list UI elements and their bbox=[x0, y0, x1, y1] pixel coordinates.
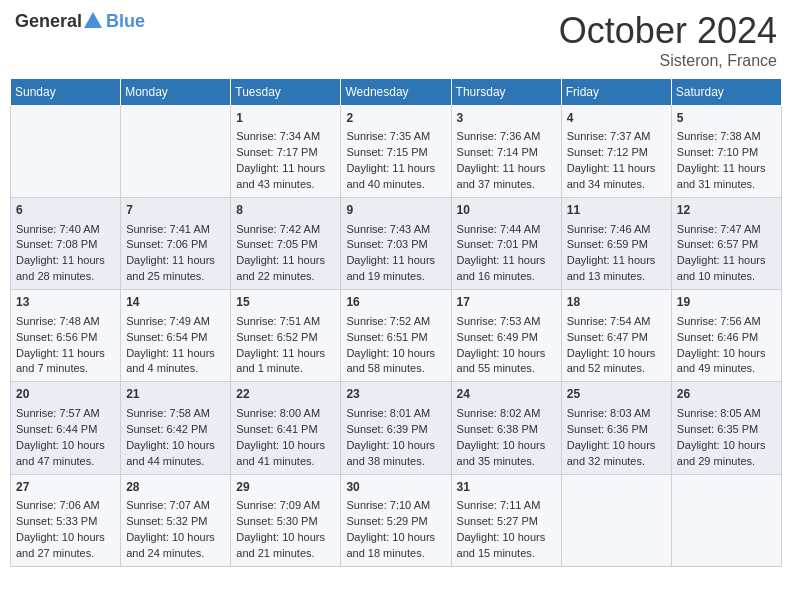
day-info-line: Sunrise: 7:40 AM bbox=[16, 222, 115, 238]
calendar-cell: 18Sunrise: 7:54 AMSunset: 6:47 PMDayligh… bbox=[561, 290, 671, 382]
day-info-line: Sunset: 7:15 PM bbox=[346, 145, 445, 161]
day-info-line: Daylight: 10 hours and 27 minutes. bbox=[16, 530, 115, 562]
day-info-line: Sunrise: 8:01 AM bbox=[346, 406, 445, 422]
day-info-line: Daylight: 11 hours and 31 minutes. bbox=[677, 161, 776, 193]
day-info-line: Sunrise: 7:41 AM bbox=[126, 222, 225, 238]
calendar-cell: 11Sunrise: 7:46 AMSunset: 6:59 PMDayligh… bbox=[561, 198, 671, 290]
day-number: 12 bbox=[677, 202, 776, 219]
day-number: 1 bbox=[236, 110, 335, 127]
day-info-line: Daylight: 11 hours and 10 minutes. bbox=[677, 253, 776, 285]
calendar-cell: 16Sunrise: 7:52 AMSunset: 6:51 PMDayligh… bbox=[341, 290, 451, 382]
logo-blue: Blue bbox=[106, 11, 145, 31]
day-info-line: Sunrise: 8:02 AM bbox=[457, 406, 556, 422]
day-info-line: Sunset: 5:30 PM bbox=[236, 514, 335, 530]
day-number: 18 bbox=[567, 294, 666, 311]
weekday-header-wednesday: Wednesday bbox=[341, 79, 451, 106]
day-info-line: Sunrise: 7:06 AM bbox=[16, 498, 115, 514]
day-number: 3 bbox=[457, 110, 556, 127]
day-info-line: Daylight: 11 hours and 4 minutes. bbox=[126, 346, 225, 378]
day-info-line: Sunset: 6:35 PM bbox=[677, 422, 776, 438]
day-info-line: Sunset: 6:57 PM bbox=[677, 237, 776, 253]
day-number: 24 bbox=[457, 386, 556, 403]
day-info-line: Sunrise: 7:38 AM bbox=[677, 129, 776, 145]
day-info-line: Daylight: 10 hours and 35 minutes. bbox=[457, 438, 556, 470]
day-number: 9 bbox=[346, 202, 445, 219]
day-info-line: Daylight: 11 hours and 40 minutes. bbox=[346, 161, 445, 193]
day-info-line: Sunset: 7:01 PM bbox=[457, 237, 556, 253]
day-number: 6 bbox=[16, 202, 115, 219]
day-info-line: Sunset: 7:08 PM bbox=[16, 237, 115, 253]
day-info-line: Daylight: 10 hours and 32 minutes. bbox=[567, 438, 666, 470]
calendar-cell: 30Sunrise: 7:10 AMSunset: 5:29 PMDayligh… bbox=[341, 474, 451, 566]
day-number: 8 bbox=[236, 202, 335, 219]
day-info-line: Daylight: 11 hours and 16 minutes. bbox=[457, 253, 556, 285]
day-number: 31 bbox=[457, 479, 556, 496]
day-info-line: Sunrise: 7:42 AM bbox=[236, 222, 335, 238]
day-info-line: Daylight: 10 hours and 41 minutes. bbox=[236, 438, 335, 470]
day-number: 11 bbox=[567, 202, 666, 219]
calendar-cell bbox=[671, 474, 781, 566]
day-info-line: Sunrise: 8:05 AM bbox=[677, 406, 776, 422]
weekday-header-tuesday: Tuesday bbox=[231, 79, 341, 106]
calendar-cell: 22Sunrise: 8:00 AMSunset: 6:41 PMDayligh… bbox=[231, 382, 341, 474]
calendar-cell: 6Sunrise: 7:40 AMSunset: 7:08 PMDaylight… bbox=[11, 198, 121, 290]
day-number: 26 bbox=[677, 386, 776, 403]
calendar-cell: 3Sunrise: 7:36 AMSunset: 7:14 PMDaylight… bbox=[451, 106, 561, 198]
calendar-cell bbox=[121, 106, 231, 198]
calendar-cell: 27Sunrise: 7:06 AMSunset: 5:33 PMDayligh… bbox=[11, 474, 121, 566]
day-info-line: Daylight: 11 hours and 28 minutes. bbox=[16, 253, 115, 285]
calendar-week-row: 27Sunrise: 7:06 AMSunset: 5:33 PMDayligh… bbox=[11, 474, 782, 566]
calendar-week-row: 20Sunrise: 7:57 AMSunset: 6:44 PMDayligh… bbox=[11, 382, 782, 474]
calendar-cell: 28Sunrise: 7:07 AMSunset: 5:32 PMDayligh… bbox=[121, 474, 231, 566]
calendar-cell: 19Sunrise: 7:56 AMSunset: 6:46 PMDayligh… bbox=[671, 290, 781, 382]
day-info-line: Daylight: 10 hours and 49 minutes. bbox=[677, 346, 776, 378]
calendar-cell: 4Sunrise: 7:37 AMSunset: 7:12 PMDaylight… bbox=[561, 106, 671, 198]
calendar-cell: 21Sunrise: 7:58 AMSunset: 6:42 PMDayligh… bbox=[121, 382, 231, 474]
calendar-week-row: 13Sunrise: 7:48 AMSunset: 6:56 PMDayligh… bbox=[11, 290, 782, 382]
day-info-line: Sunset: 7:17 PM bbox=[236, 145, 335, 161]
day-info-line: Sunset: 6:36 PM bbox=[567, 422, 666, 438]
day-info-line: Daylight: 11 hours and 13 minutes. bbox=[567, 253, 666, 285]
calendar-cell: 1Sunrise: 7:34 AMSunset: 7:17 PMDaylight… bbox=[231, 106, 341, 198]
svg-marker-0 bbox=[84, 12, 102, 28]
day-info-line: Sunset: 7:06 PM bbox=[126, 237, 225, 253]
day-number: 30 bbox=[346, 479, 445, 496]
calendar-cell: 26Sunrise: 8:05 AMSunset: 6:35 PMDayligh… bbox=[671, 382, 781, 474]
day-number: 13 bbox=[16, 294, 115, 311]
day-info-line: Sunrise: 7:34 AM bbox=[236, 129, 335, 145]
day-info-line: Sunset: 6:47 PM bbox=[567, 330, 666, 346]
day-info-line: Sunset: 5:32 PM bbox=[126, 514, 225, 530]
day-info-line: Daylight: 11 hours and 19 minutes. bbox=[346, 253, 445, 285]
day-info-line: Sunrise: 7:09 AM bbox=[236, 498, 335, 514]
day-info-line: Sunset: 6:46 PM bbox=[677, 330, 776, 346]
location-subtitle: Sisteron, France bbox=[559, 52, 777, 70]
day-info-line: Daylight: 10 hours and 18 minutes. bbox=[346, 530, 445, 562]
day-info-line: Sunset: 7:14 PM bbox=[457, 145, 556, 161]
day-info-line: Daylight: 10 hours and 21 minutes. bbox=[236, 530, 335, 562]
calendar-week-row: 6Sunrise: 7:40 AMSunset: 7:08 PMDaylight… bbox=[11, 198, 782, 290]
calendar-cell: 15Sunrise: 7:51 AMSunset: 6:52 PMDayligh… bbox=[231, 290, 341, 382]
logo: General Blue bbox=[15, 10, 145, 32]
day-info-line: Sunrise: 7:35 AM bbox=[346, 129, 445, 145]
day-info-line: Sunrise: 7:58 AM bbox=[126, 406, 225, 422]
day-number: 21 bbox=[126, 386, 225, 403]
day-info-line: Sunrise: 7:07 AM bbox=[126, 498, 225, 514]
day-info-line: Daylight: 10 hours and 38 minutes. bbox=[346, 438, 445, 470]
day-info-line: Sunset: 6:41 PM bbox=[236, 422, 335, 438]
day-info-line: Daylight: 10 hours and 24 minutes. bbox=[126, 530, 225, 562]
day-info-line: Sunset: 5:33 PM bbox=[16, 514, 115, 530]
calendar-cell: 25Sunrise: 8:03 AMSunset: 6:36 PMDayligh… bbox=[561, 382, 671, 474]
day-info-line: Sunset: 7:10 PM bbox=[677, 145, 776, 161]
calendar-cell: 9Sunrise: 7:43 AMSunset: 7:03 PMDaylight… bbox=[341, 198, 451, 290]
day-info-line: Daylight: 11 hours and 43 minutes. bbox=[236, 161, 335, 193]
calendar-cell: 8Sunrise: 7:42 AMSunset: 7:05 PMDaylight… bbox=[231, 198, 341, 290]
weekday-header-monday: Monday bbox=[121, 79, 231, 106]
day-info-line: Daylight: 10 hours and 44 minutes. bbox=[126, 438, 225, 470]
day-number: 2 bbox=[346, 110, 445, 127]
calendar-table: SundayMondayTuesdayWednesdayThursdayFrid… bbox=[10, 78, 782, 567]
calendar-cell: 7Sunrise: 7:41 AMSunset: 7:06 PMDaylight… bbox=[121, 198, 231, 290]
day-info-line: Sunset: 6:44 PM bbox=[16, 422, 115, 438]
weekday-header-saturday: Saturday bbox=[671, 79, 781, 106]
weekday-header-thursday: Thursday bbox=[451, 79, 561, 106]
day-info-line: Sunrise: 7:10 AM bbox=[346, 498, 445, 514]
